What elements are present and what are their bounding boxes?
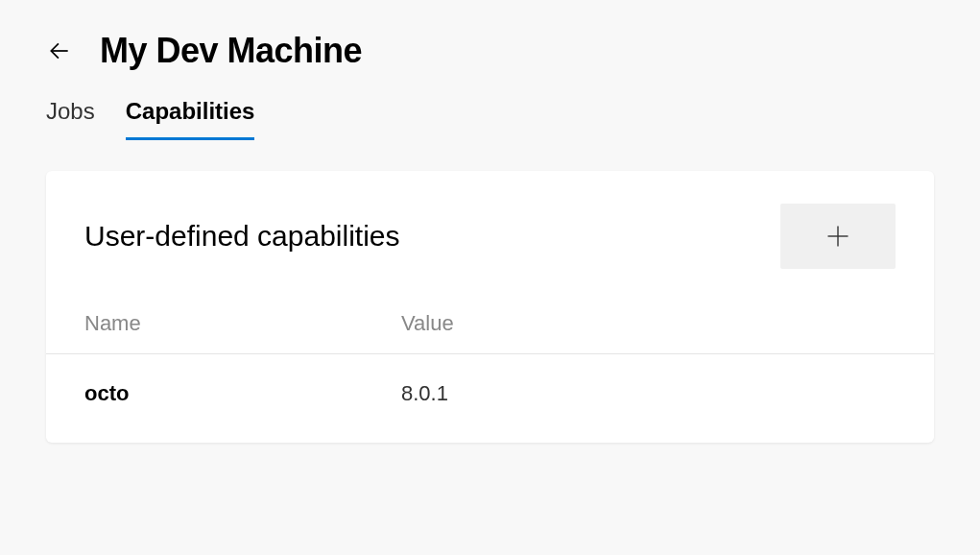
capability-name: octo [84, 381, 401, 406]
card-title: User-defined capabilities [84, 220, 400, 253]
page-title: My Dev Machine [100, 31, 362, 71]
add-capability-button[interactable] [780, 204, 896, 269]
page-header: My Dev Machine [0, 0, 980, 90]
capabilities-table: Name Value octo 8.0.1 [46, 288, 934, 443]
tab-capabilities[interactable]: Capabilities [126, 98, 255, 140]
back-button[interactable] [46, 37, 73, 64]
column-header-value: Value [401, 311, 896, 336]
column-header-name: Name [84, 311, 401, 336]
arrow-left-icon [47, 38, 72, 63]
card-header: User-defined capabilities [46, 171, 934, 288]
table-header: Name Value [46, 288, 934, 354]
capability-value: 8.0.1 [401, 381, 896, 406]
tabs-container: Jobs Capabilities [0, 90, 980, 140]
plus-icon [825, 223, 851, 250]
table-row: octo 8.0.1 [46, 354, 934, 443]
tab-jobs[interactable]: Jobs [46, 98, 95, 140]
capabilities-card: User-defined capabilities Name Value oct… [46, 171, 934, 443]
